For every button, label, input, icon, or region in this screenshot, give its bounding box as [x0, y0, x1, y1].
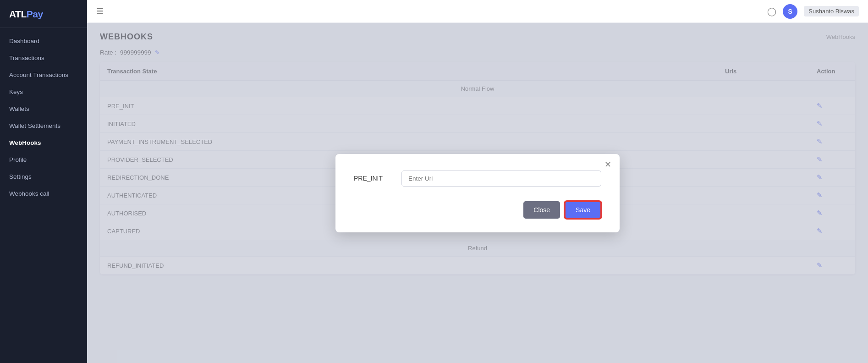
modal-overlay: ✕ PRE_INIT Close Save — [87, 23, 868, 363]
topbar-right: ◯ S Sushanto Biswas — [767, 4, 859, 19]
sidebar-item-profile[interactable]: Profile — [0, 151, 87, 168]
logo: ATLPay — [0, 0, 87, 28]
modal-footer: Close Save — [354, 201, 601, 219]
main-area: ☰ ◯ S Sushanto Biswas WEBHOOKS WebHooks … — [87, 0, 868, 363]
avatar[interactable]: S — [783, 4, 797, 19]
sidebar: ATLPay Dashboard Transactions Account Tr… — [0, 0, 87, 363]
bell-icon[interactable]: ◯ — [767, 6, 776, 16]
logo-atl: ATL — [9, 9, 27, 19]
sidebar-item-dashboard[interactable]: Dashboard — [0, 33, 87, 50]
content-area: WEBHOOKS WebHooks Rate : 999999999 ✎ Tra… — [87, 23, 868, 363]
topbar-left: ☰ — [96, 6, 104, 16]
hamburger-icon[interactable]: ☰ — [96, 6, 104, 16]
sidebar-item-webhooks-call[interactable]: Webhooks call — [0, 185, 87, 202]
sidebar-item-webhooks[interactable]: WebHooks — [0, 134, 87, 151]
modal-close-icon[interactable]: ✕ — [604, 160, 611, 169]
sidebar-item-settings[interactable]: Settings — [0, 168, 87, 185]
close-button[interactable]: Close — [523, 201, 560, 219]
modal-body: PRE_INIT — [354, 170, 601, 187]
sidebar-item-transactions[interactable]: Transactions — [0, 50, 87, 66]
sidebar-nav: Dashboard Transactions Account Transacti… — [0, 28, 87, 363]
topbar: ☰ ◯ S Sushanto Biswas — [87, 0, 868, 23]
sidebar-item-wallets[interactable]: Wallets — [0, 100, 87, 117]
modal-url-input[interactable] — [401, 170, 601, 187]
modal-dialog: ✕ PRE_INIT Close Save — [335, 154, 620, 232]
logo-pay: Pay — [27, 9, 43, 19]
sidebar-item-wallet-settlements[interactable]: Wallet Settlements — [0, 117, 87, 134]
user-name: Sushanto Biswas — [804, 6, 859, 16]
sidebar-item-account-transactions[interactable]: Account Transactions — [0, 66, 87, 83]
modal-field-label: PRE_INIT — [354, 175, 390, 182]
save-button[interactable]: Save — [565, 201, 601, 219]
sidebar-item-keys[interactable]: Keys — [0, 83, 87, 100]
